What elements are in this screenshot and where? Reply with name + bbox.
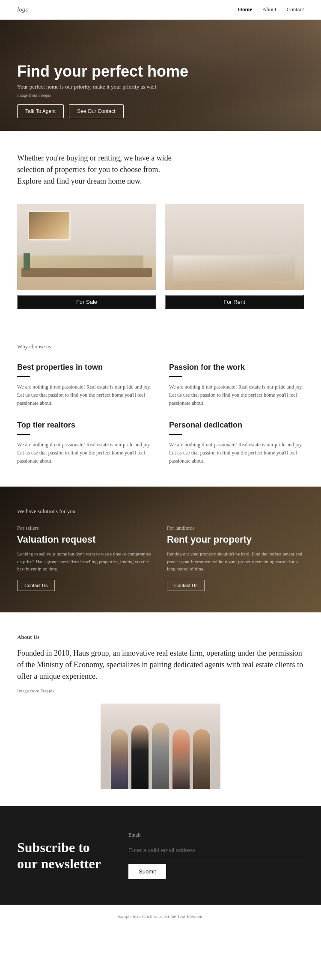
nav-about[interactable]: About bbox=[262, 6, 276, 13]
about-label: About Us bbox=[17, 634, 304, 641]
room-wall2-decor bbox=[165, 204, 304, 255]
solution-sellers-desc: Looking to sell your home but don't want… bbox=[17, 550, 154, 573]
hero-buttons: Talk To Agent See Our Contact bbox=[17, 104, 304, 118]
room-artwork-decor bbox=[28, 211, 71, 241]
why-desc-0: We are nothing if not passionate! Real e… bbox=[17, 383, 152, 408]
why-item-2: Top tier realtors We are nothing if not … bbox=[17, 421, 152, 466]
solution-sellers-title: Valuation request bbox=[17, 534, 154, 545]
team-member-2 bbox=[131, 725, 149, 789]
team-figures bbox=[101, 704, 220, 789]
solutions-section: We have solutions for you For sellers Va… bbox=[0, 487, 321, 612]
why-title-2: Top tier realtors bbox=[17, 421, 152, 430]
why-title-1: Passion for the work bbox=[169, 363, 304, 372]
contact-us-sellers-button[interactable]: Contact Us bbox=[17, 580, 55, 591]
why-section: Why choose us Best properties in town We… bbox=[0, 326, 321, 487]
intro-text: Whether you're buying or renting, we hav… bbox=[17, 152, 180, 187]
solutions-content: We have solutions for you For sellers Va… bbox=[17, 508, 304, 591]
hero-subtitle: Your perfect home is our priority, make … bbox=[17, 83, 304, 90]
why-item-1: Passion for the work We are nothing if n… bbox=[169, 363, 304, 408]
room-console-decor bbox=[21, 268, 152, 277]
see-contact-button[interactable]: See Our Contact bbox=[69, 104, 123, 118]
logo: logo bbox=[17, 6, 29, 13]
for-sale-button[interactable]: For Sale bbox=[17, 295, 156, 309]
navbar: logo Home About Contact bbox=[0, 0, 321, 20]
why-desc-1: We are nothing if not passionate! Real e… bbox=[169, 383, 304, 408]
intro-section: Whether you're buying or renting, we hav… bbox=[0, 131, 321, 200]
team-member-4 bbox=[172, 729, 190, 789]
nav-contact[interactable]: Contact bbox=[287, 6, 304, 13]
solution-landlords-title: Rent your property bbox=[167, 534, 304, 545]
why-title-3: Personal dedication bbox=[169, 421, 304, 430]
about-image-credit: Image from Freepik bbox=[17, 688, 304, 693]
property-cards: For Sale For Rent bbox=[0, 200, 321, 326]
hero-section: Find your perfect home Your perfect home… bbox=[0, 20, 321, 131]
email-input[interactable] bbox=[128, 843, 304, 857]
contact-us-landlords-button[interactable]: Contact Us bbox=[167, 580, 205, 591]
newsletter-title: Subscribe to our newsletter bbox=[17, 839, 103, 872]
hero-image-credit: Image from Freepik bbox=[17, 93, 304, 98]
why-label: Why choose us bbox=[17, 343, 304, 350]
submit-button[interactable]: Submit bbox=[128, 864, 166, 879]
property-rent-card: For Rent bbox=[165, 204, 304, 309]
property-sale-image bbox=[17, 204, 156, 290]
for-rent-button[interactable]: For Rent bbox=[165, 295, 304, 309]
solution-landlords-desc: Renting out your property shouldn't be h… bbox=[167, 550, 304, 573]
hero-title: Find your perfect home bbox=[17, 62, 304, 80]
why-divider-1 bbox=[169, 376, 182, 377]
solution-landlords: For landlords Rent your property Renting… bbox=[167, 525, 304, 591]
why-item-3: Personal dedication We are nothing if no… bbox=[169, 421, 304, 466]
room-plant-decor bbox=[24, 253, 30, 270]
team-member-5 bbox=[193, 729, 210, 789]
room-floor2-decor bbox=[165, 255, 304, 290]
footer-note: Sample text. Click to select the Text El… bbox=[0, 905, 321, 927]
newsletter-section: Subscribe to our newsletter Email Submit bbox=[0, 806, 321, 905]
solution-landlords-category: For landlords bbox=[167, 525, 304, 532]
hero-content: Find your perfect home Your perfect home… bbox=[17, 62, 304, 118]
why-divider-0 bbox=[17, 376, 30, 377]
solutions-label: We have solutions for you bbox=[17, 508, 304, 515]
why-divider-3 bbox=[169, 434, 182, 435]
team-member-3 bbox=[152, 723, 169, 789]
property-sale-card: For Sale bbox=[17, 204, 156, 309]
about-section: About Us Founded in 2010, Haus group, an… bbox=[0, 612, 321, 806]
solutions-grid: For sellers Valuation request Looking to… bbox=[17, 525, 304, 591]
why-grid: Best properties in town We are nothing i… bbox=[17, 363, 304, 465]
why-title-0: Best properties in town bbox=[17, 363, 152, 372]
nav-links: Home About Contact bbox=[238, 6, 304, 13]
nav-home[interactable]: Home bbox=[238, 6, 252, 13]
solution-sellers: For sellers Valuation request Looking to… bbox=[17, 525, 154, 591]
why-divider-2 bbox=[17, 434, 30, 435]
newsletter-form: Email Submit bbox=[128, 832, 304, 879]
team-member-1 bbox=[111, 729, 128, 789]
property-rent-image bbox=[165, 204, 304, 290]
talk-to-agent-button[interactable]: Talk To Agent bbox=[17, 104, 64, 118]
email-label: Email bbox=[128, 832, 304, 838]
team-photo bbox=[101, 704, 220, 789]
why-desc-2: We are nothing if not passionate! Real e… bbox=[17, 441, 152, 466]
why-item-0: Best properties in town We are nothing i… bbox=[17, 363, 152, 408]
solution-sellers-category: For sellers bbox=[17, 525, 154, 532]
footer-sample-text: Sample text. Click to select the Text El… bbox=[118, 914, 204, 919]
why-desc-3: We are nothing if not passionate! Real e… bbox=[169, 441, 304, 466]
about-text: Founded in 2010, Haus group, an innovati… bbox=[17, 647, 304, 682]
